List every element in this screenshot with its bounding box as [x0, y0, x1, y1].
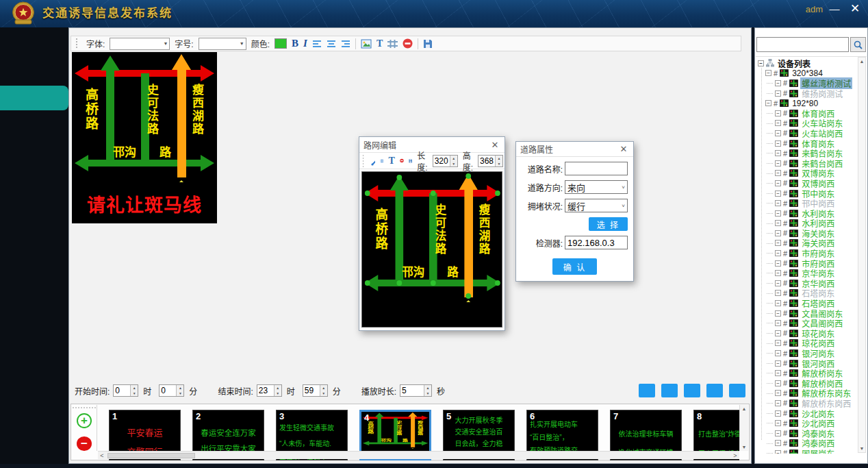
tree-root[interactable]: − 设备列表 [756, 58, 867, 69]
sidebar-item[interactable] [0, 110, 68, 135]
tree-node[interactable]: − # 解放桥岗西 [756, 378, 867, 389]
font-select[interactable]: ▼ [110, 38, 170, 50]
minimize-button[interactable]: — [826, 1, 843, 16]
start-minute-stepper[interactable]: ▲▼ [159, 384, 184, 397]
tree-node[interactable]: − # 320*384 [756, 69, 867, 79]
sidebar-item[interactable] [0, 184, 68, 209]
collapse-icon[interactable]: − [775, 170, 781, 176]
tree-node[interactable]: − # 体育岗东 [756, 138, 867, 149]
collapse-icon[interactable]: − [775, 280, 781, 286]
collapse-icon[interactable]: − [775, 370, 781, 376]
road-name-field[interactable] [565, 162, 628, 175]
collapse-icon[interactable]: − [775, 110, 781, 116]
tree-node[interactable]: − # 琼花岗东 [756, 328, 867, 338]
collapse-icon[interactable]: − [775, 200, 781, 206]
tree-node[interactable]: − # 海关岗东 [756, 228, 867, 238]
collapse-icon[interactable]: − [775, 140, 781, 147]
collapse-icon[interactable]: − [775, 80, 781, 86]
search-button[interactable] [850, 37, 866, 52]
collapse-icon[interactable]: − [775, 300, 781, 306]
align-right-icon[interactable] [341, 40, 350, 48]
tree-node[interactable]: − # 鸿泰岗西 [756, 439, 867, 449]
road-edit-canvas[interactable]: 高桥路 史可法路 瘦西湖路 邗沟 路 [361, 171, 502, 328]
tree-node[interactable]: − # 市府岗东 [756, 248, 867, 258]
sidebar-item[interactable] [0, 86, 68, 110]
action-button[interactable] [706, 384, 723, 397]
height-stepper[interactable]: ▲▼ [478, 155, 503, 167]
align-left-icon[interactable] [312, 40, 322, 48]
draw-line-icon[interactable] [371, 156, 375, 166]
sidebar-item[interactable] [0, 36, 68, 61]
collapse-icon[interactable]: − [775, 430, 781, 436]
tree-node[interactable]: − # 京华岗东 [756, 268, 867, 278]
sidebar-item[interactable] [0, 135, 68, 160]
text-tool-icon[interactable]: T [389, 156, 395, 167]
tree-node[interactable]: − # 银河岗西 [756, 358, 867, 369]
tree-node[interactable]: − # 文昌阁岗东 [756, 308, 867, 319]
size-select[interactable]: ▼ [199, 38, 246, 50]
insert-image-icon[interactable] [361, 39, 372, 49]
add-program-button[interactable]: + [77, 413, 92, 428]
detector-field[interactable] [565, 236, 628, 249]
action-button[interactable] [639, 384, 655, 397]
collapse-icon[interactable]: − [775, 240, 781, 246]
collapse-icon[interactable]: − [775, 440, 781, 446]
tree-node[interactable]: − # 火车站岗西 [756, 128, 867, 138]
collapse-icon[interactable]: − [775, 130, 781, 136]
tree-node[interactable]: − # 邗中岗西 [756, 198, 867, 208]
collapse-icon[interactable]: − [775, 410, 781, 417]
bold-button[interactable]: B [292, 38, 298, 49]
remove-program-button[interactable]: − [77, 436, 92, 452]
tree-node[interactable]: − # 来鹤台岗西 [756, 158, 867, 169]
collapse-icon[interactable]: − [775, 220, 781, 226]
collapse-icon[interactable]: − [775, 320, 781, 326]
collapse-icon[interactable]: − [775, 310, 781, 317]
align-center-icon[interactable] [327, 40, 336, 48]
collapse-icon[interactable]: − [775, 390, 781, 396]
start-hour-stepper[interactable]: ▲▼ [113, 384, 138, 397]
tree-node[interactable]: − # 银河岗东 [756, 348, 867, 358]
device-search-input[interactable] [756, 37, 849, 52]
end-hour-stepper[interactable]: ▲▼ [257, 384, 282, 397]
close-button[interactable]: ✕ [846, 1, 864, 16]
tree-node[interactable]: − # 国展岗东 [756, 448, 867, 454]
tree-node[interactable]: − # 石塔岗东 [756, 288, 867, 299]
tree-node[interactable]: − # 市府岗西 [756, 258, 867, 269]
collapse-icon[interactable]: − [775, 210, 781, 217]
collapse-icon[interactable]: − [775, 180, 781, 186]
collapse-icon[interactable]: − [765, 100, 771, 106]
collapse-icon[interactable]: − [758, 60, 764, 66]
road-edit-titlebar[interactable]: 路网编辑 ✕ [359, 137, 505, 152]
collapse-icon[interactable]: − [775, 90, 781, 97]
tree-node[interactable]: − # 解放桥东岗西 [756, 398, 867, 408]
confirm-button[interactable]: 确 认 [552, 258, 597, 275]
playlist-vertical-scrollbar[interactable]: ▲▼ [739, 405, 748, 451]
toolbar-grip[interactable] [362, 154, 363, 167]
collapse-icon[interactable]: − [775, 120, 781, 126]
sidebar-item[interactable] [0, 160, 68, 184]
collapse-icon[interactable]: − [775, 400, 781, 406]
tree-node[interactable]: − # 沙北岗西 [756, 418, 867, 428]
tree-node[interactable]: − # 体育岗西 [756, 108, 867, 119]
collapse-icon[interactable]: − [775, 420, 781, 426]
tree-node[interactable]: − # 京华岗西 [756, 278, 867, 288]
collapse-icon[interactable]: − [775, 230, 781, 236]
collapse-icon[interactable]: − [765, 70, 771, 76]
tree-scrollbar[interactable]: ▲▼ [858, 57, 866, 453]
collapse-icon[interactable]: − [775, 260, 781, 267]
collapse-icon[interactable]: − [775, 250, 781, 256]
save-icon[interactable] [409, 156, 413, 166]
collapse-icon[interactable]: − [775, 160, 781, 167]
save-icon[interactable] [423, 39, 433, 49]
tree-node[interactable]: − # 石塔岗西 [756, 298, 867, 308]
tree-node[interactable]: − # 水利岗西 [756, 219, 867, 229]
duration-stepper[interactable]: ▲▼ [400, 384, 432, 397]
insert-text-icon[interactable]: T [376, 38, 383, 49]
sidebar-item[interactable] [0, 61, 68, 86]
tree-node[interactable]: − # 解放桥岗东 [756, 368, 867, 378]
select-button[interactable]: 选 择 [589, 217, 628, 231]
tree-node[interactable]: − # 海关岗西 [756, 238, 867, 249]
tree-node[interactable]: − # 192*80 [756, 98, 867, 108]
delete-stop-icon[interactable] [400, 156, 404, 166]
tree-node[interactable]: − # 沙北岗东 [756, 408, 867, 419]
